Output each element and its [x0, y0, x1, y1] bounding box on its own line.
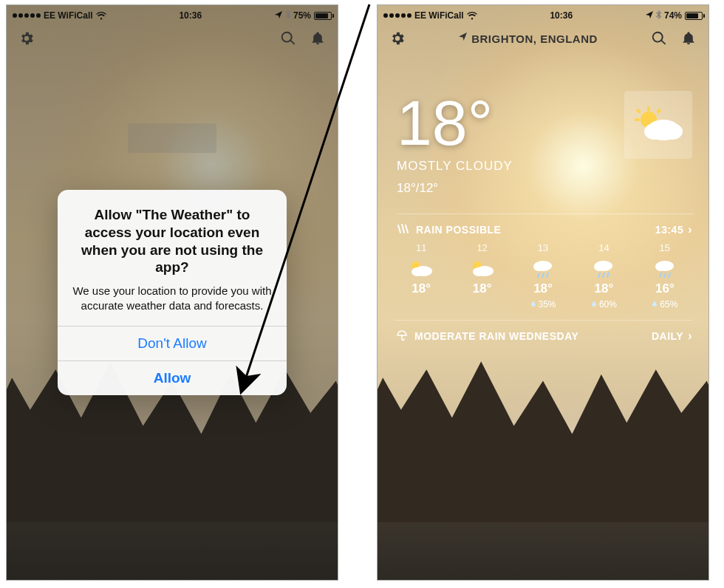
- chevron-right-icon: ›: [688, 223, 692, 236]
- rain-possible-time: 13:45: [655, 224, 683, 236]
- hourly-precip: 60%: [573, 299, 634, 310]
- hourly-icon: [513, 258, 573, 278]
- alerts-button[interactable]: [679, 29, 698, 48]
- hourly-icon: [451, 258, 512, 278]
- allow-button[interactable]: Allow: [58, 360, 287, 395]
- hourly-temp: 16°: [635, 281, 695, 296]
- search-button[interactable]: [649, 29, 669, 48]
- signal-dots-icon: [383, 13, 411, 18]
- status-bar: EE WiFiCall 10:36 74%: [378, 5, 708, 23]
- hourly-column[interactable]: 1516°65%: [635, 242, 695, 310]
- hourly-icon: [391, 258, 451, 278]
- permission-alert: Allow "The Weather" to access your locat…: [7, 5, 338, 580]
- svg-point-21: [655, 262, 666, 271]
- bell-icon: [681, 30, 696, 47]
- daily-link-label: DAILY: [652, 330, 683, 342]
- app-toolbar: BRIGHTON, ENGLAND: [378, 23, 708, 54]
- svg-point-19: [594, 262, 604, 271]
- hourly-icon: [573, 258, 634, 278]
- svg-point-15: [473, 267, 485, 276]
- hourly-temp: 18°: [513, 281, 573, 296]
- hourly-icon: [635, 258, 695, 278]
- hourly-column[interactable]: 1118°: [391, 242, 451, 310]
- search-icon: [651, 30, 667, 47]
- umbrella-icon: [397, 330, 407, 343]
- hourly-temp: 18°: [391, 281, 451, 296]
- location-name: BRIGHTON, ENGLAND: [471, 33, 598, 45]
- dont-allow-button[interactable]: Don't Allow: [58, 326, 287, 360]
- status-time: 10:36: [550, 10, 573, 21]
- hourly-column[interactable]: 1318°35%: [513, 242, 573, 310]
- wifi-icon: [467, 12, 477, 20]
- svg-point-12: [411, 267, 423, 276]
- phone-right: EE WiFiCall 10:36 74%: [377, 4, 709, 581]
- hourly-forecast[interactable]: 1118°1218°1318°35%1418°60%1516°65%: [378, 242, 708, 320]
- battery-percent: 74%: [664, 10, 682, 21]
- hourly-column[interactable]: 1418°60%: [573, 242, 634, 310]
- chevron-right-icon: ›: [688, 329, 692, 343]
- hourly-hour: 12: [451, 242, 512, 253]
- hourly-hour: 13: [513, 242, 573, 253]
- location-arrow-icon: [459, 33, 467, 43]
- svg-point-17: [533, 262, 544, 271]
- rain-icon: [397, 224, 409, 236]
- current-temperature: 18°: [397, 91, 694, 154]
- phone-left: EE WiFiCall 10:36 75%: [6, 4, 338, 581]
- gear-icon: [389, 30, 406, 47]
- rain-possible-row[interactable]: RAIN POSSIBLE 13:45 ›: [378, 214, 708, 242]
- location-services-icon: [646, 10, 653, 21]
- hourly-column[interactable]: 1218°: [451, 242, 512, 310]
- rain-possible-label: RAIN POSSIBLE: [416, 224, 501, 236]
- current-condition: MOSTLY CLOUDY: [397, 159, 694, 174]
- daily-forecast-row[interactable]: MODERATE RAIN WEDNESDAY DAILY ›: [378, 321, 708, 349]
- daily-forecast-label: MODERATE RAIN WEDNESDAY: [414, 330, 578, 342]
- hourly-hour: 15: [635, 242, 695, 253]
- carrier-label: EE WiFiCall: [414, 10, 464, 21]
- location-title[interactable]: BRIGHTON, ENGLAND: [407, 33, 649, 45]
- high-low: 18°/12°: [397, 181, 694, 196]
- hourly-precip: 65%: [635, 299, 695, 310]
- alert-message: We use your location to provide you with…: [58, 279, 287, 326]
- alert-title: Allow "The Weather" to access your locat…: [58, 190, 287, 279]
- hourly-precip: 35%: [513, 299, 573, 310]
- hourly-temp: 18°: [573, 281, 634, 296]
- hourly-temp: 18°: [451, 281, 512, 296]
- battery-icon: [685, 12, 703, 20]
- settings-button[interactable]: [388, 29, 407, 48]
- bluetooth-icon: [656, 10, 661, 21]
- hourly-hour: 11: [391, 242, 451, 253]
- hourly-hour: 14: [573, 242, 634, 253]
